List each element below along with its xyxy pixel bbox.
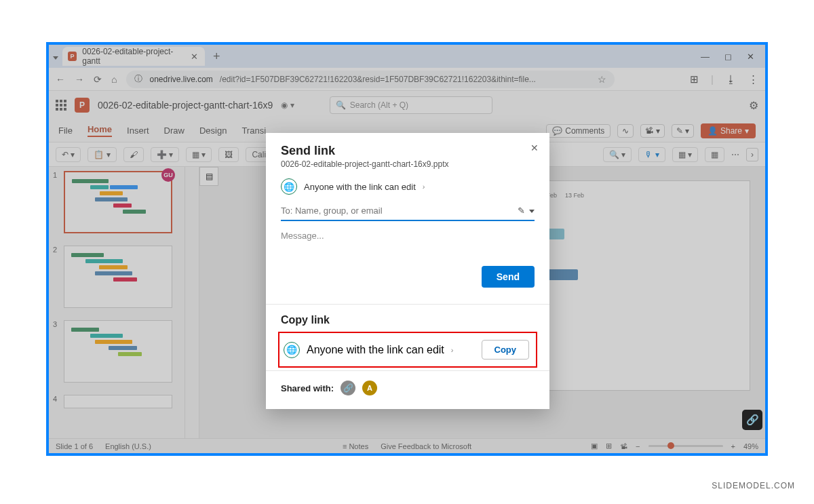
outline-toggle-icon[interactable]: ▤ xyxy=(199,167,218,186)
recipients-input[interactable] xyxy=(281,206,518,216)
powerpoint-favicon-icon: P xyxy=(68,52,77,61)
zoom-in-icon[interactable]: + xyxy=(731,442,735,450)
status-bar: Slide 1 of 6 English (U.S.) ≡ Notes Give… xyxy=(49,438,765,453)
recipients-row: ✎ xyxy=(281,206,535,221)
language-indicator[interactable]: English (U.S.) xyxy=(105,442,151,450)
powerpoint-logo-icon: P xyxy=(75,98,90,113)
user-avatar[interactable]: A xyxy=(362,381,377,395)
more-commands-icon[interactable]: ⋯ xyxy=(731,150,739,159)
slideshow-view-icon[interactable]: 📽 xyxy=(620,442,627,450)
browser-window: P 0026-02-editable-project-gantt ✕ + — ◻… xyxy=(46,42,768,456)
new-slide-button[interactable]: ➕ ▾ xyxy=(151,147,179,162)
link-avatar-icon[interactable]: 🔗 xyxy=(341,381,355,395)
message-input[interactable]: Message... xyxy=(281,231,535,263)
zoom-out-icon[interactable]: − xyxy=(636,442,640,450)
shared-with-row: Shared with: 🔗 A xyxy=(266,371,549,402)
link-permission-row[interactable]: 🌐 Anyone with the link can edit › xyxy=(281,178,535,195)
link-permissions-badge-icon[interactable]: 🔗 xyxy=(742,410,762,430)
dictate-button[interactable]: 🎙 ▾ xyxy=(638,147,665,162)
dialog-title: Send link xyxy=(281,144,535,158)
window-controls: — ◻ ✕ xyxy=(701,52,761,62)
chevron-down-icon[interactable] xyxy=(529,207,535,214)
site-info-icon[interactable]: ⓘ xyxy=(134,73,142,85)
notes-button[interactable]: ≡ Notes xyxy=(343,442,368,450)
search-box[interactable]: 🔍 Search (Alt + Q) xyxy=(330,96,492,114)
slide-thumbnail-2[interactable] xyxy=(64,246,172,308)
slide-number: 4 xyxy=(53,395,60,408)
extensions-icon[interactable]: ⊞ xyxy=(690,73,699,85)
tab-insert[interactable]: Insert xyxy=(127,125,149,136)
slide-number: 1 xyxy=(53,171,60,233)
feedback-button[interactable]: Give Feedback to Microsoft xyxy=(381,442,471,450)
slide-number: 3 xyxy=(53,320,60,383)
paste-button[interactable]: 📋 ▾ xyxy=(88,147,116,162)
close-window-icon[interactable]: ✕ xyxy=(747,52,754,62)
cloud-sync-icon[interactable]: ◉ ▾ xyxy=(281,100,294,110)
edit-permission-icon[interactable]: ✎ xyxy=(518,206,525,216)
slide-thumbnails-panel: 1 GU 2 xyxy=(49,167,185,438)
document-title[interactable]: 0026-02-editable-project-gantt-chart-16x… xyxy=(98,100,273,111)
slide-thumbnail-4[interactable] xyxy=(64,395,172,408)
address-bar: ← → ⟳ ⌂ ⓘ onedrive.live.com /edit?id=1F5… xyxy=(49,68,765,91)
copy-button[interactable]: Copy xyxy=(482,340,530,360)
forward-icon[interactable]: → xyxy=(75,74,84,85)
share-button[interactable]: 👤 Share ▾ xyxy=(701,123,756,138)
browser-menu-icon[interactable]: ⋮ xyxy=(748,73,758,85)
app-title-bar: P 0026-02-editable-project-gantt-chart-1… xyxy=(49,91,765,119)
catch-up-button[interactable]: ∿ xyxy=(617,124,634,138)
settings-gear-icon[interactable]: ⚙ xyxy=(749,99,758,112)
addins-button[interactable]: ▦ xyxy=(705,147,724,162)
zoom-slider[interactable] xyxy=(648,445,723,447)
downloads-icon[interactable]: ⭳ xyxy=(726,73,736,85)
tab-search-icon[interactable] xyxy=(53,50,58,62)
tab-file[interactable]: File xyxy=(58,125,73,136)
copy-permission-text[interactable]: Anyone with the link can edit xyxy=(307,344,444,356)
slide-counter[interactable]: Slide 1 of 6 xyxy=(56,442,93,450)
close-tab-icon[interactable]: ✕ xyxy=(191,52,198,62)
tab-home[interactable]: Home xyxy=(88,124,112,137)
copy-link-row: 🌐 Anyone with the link can edit › Copy xyxy=(278,332,537,368)
send-button[interactable]: Send xyxy=(482,266,535,288)
app-launcher-icon[interactable] xyxy=(56,100,66,111)
url-path: /edit?id=1F507DBF39C62721!162203&resid=1… xyxy=(220,75,536,84)
editing-mode-button[interactable]: ✎ ▾ xyxy=(672,124,694,138)
tab-title: 0026-02-editable-project-gantt xyxy=(82,47,185,66)
chevron-right-icon: › xyxy=(423,182,425,191)
present-button[interactable]: 📽 ▾ xyxy=(640,124,664,138)
watermark: SLIDEMODEL.COM xyxy=(712,481,795,490)
ribbon-collapse-icon[interactable]: › xyxy=(746,148,758,161)
globe-icon: 🌐 xyxy=(281,178,297,195)
slide-thumbnail-3[interactable] xyxy=(64,320,172,383)
reload-icon[interactable]: ⟳ xyxy=(94,74,102,85)
browser-tab-strip: P 0026-02-editable-project-gantt ✕ + — ◻… xyxy=(49,45,765,68)
search-placeholder: Search (Alt + Q) xyxy=(350,100,408,110)
sorter-view-icon[interactable]: ⊞ xyxy=(606,442,612,450)
format-painter-button[interactable]: 🖌 xyxy=(123,147,144,162)
new-tab-button[interactable]: + xyxy=(209,50,225,64)
close-dialog-icon[interactable]: ✕ xyxy=(530,142,539,153)
designer-button[interactable]: ▦ ▾ xyxy=(672,147,698,162)
back-icon[interactable]: ← xyxy=(56,74,65,85)
home-page-icon[interactable]: ⌂ xyxy=(111,74,117,85)
zoom-percent[interactable]: 49% xyxy=(743,442,758,450)
permission-text: Anyone with the link can edit xyxy=(304,182,416,192)
maximize-icon[interactable]: ◻ xyxy=(724,52,732,62)
chevron-right-icon: › xyxy=(451,346,454,354)
search-icon: 🔍 xyxy=(336,100,346,110)
slide-thumbnail-1[interactable]: GU xyxy=(64,171,172,233)
tab-transitions[interactable]: Transi xyxy=(241,125,266,136)
minimize-icon[interactable]: — xyxy=(701,52,710,62)
url-host: onedrive.live.com xyxy=(149,75,212,84)
comments-button[interactable]: 💬 Comments xyxy=(546,124,610,138)
find-button[interactable]: 🔍 ▾ xyxy=(603,147,632,162)
layout-button[interactable]: ▦ ▾ xyxy=(186,147,212,162)
undo-button[interactable]: ↶ ▾ xyxy=(56,147,81,162)
bookmark-icon[interactable]: ☆ xyxy=(598,74,606,85)
normal-view-icon[interactable]: ▣ xyxy=(591,442,598,450)
picture-button[interactable]: 🖼 xyxy=(218,147,239,162)
browser-tab[interactable]: P 0026-02-editable-project-gantt ✕ xyxy=(62,47,205,66)
tab-design[interactable]: Design xyxy=(199,125,227,136)
url-field[interactable]: ⓘ onedrive.live.com /edit?id=1F507DBF39C… xyxy=(126,71,615,88)
share-dialog: ✕ Send link 0026-02-editable-project-gan… xyxy=(266,133,549,409)
tab-draw[interactable]: Draw xyxy=(164,125,185,136)
